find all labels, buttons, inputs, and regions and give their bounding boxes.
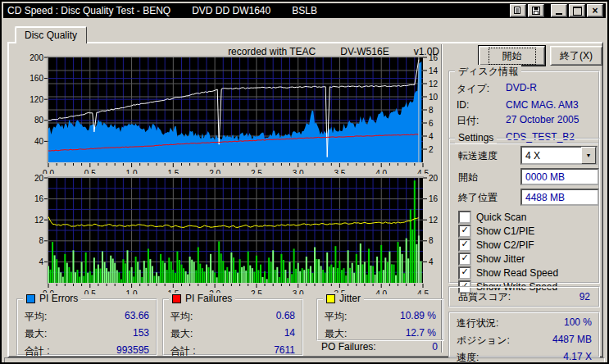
- minimize-icon: [556, 13, 562, 15]
- window-title-drive: DVD DD DW1640: [192, 5, 270, 16]
- pi-errors-title: PI Errors: [39, 293, 78, 304]
- pi-failures-jitter-chart: 20161284201612840.00.51.01.52.02.53.03.5…: [8, 171, 444, 294]
- svg-text:40: 40: [34, 137, 44, 146]
- disc-id-row: ID:CMC MAG. AM3: [457, 99, 592, 111]
- checkbox-show-c2-pif[interactable]: ✓Show C2/PIF: [458, 239, 534, 251]
- checkbox-show-read-speed[interactable]: ✓Show Read Speed: [458, 267, 558, 279]
- total-value: 7611: [274, 344, 295, 358]
- checkbox-box[interactable]: ✓: [458, 253, 471, 266]
- pi-failures-total-row: 合計 :7611: [170, 344, 295, 358]
- checkbox-box[interactable]: ✓: [458, 239, 471, 252]
- svg-text:20: 20: [429, 174, 439, 183]
- svg-text:8: 8: [39, 236, 43, 245]
- disc-id-value: CMC MAG. AM3: [506, 99, 579, 111]
- disc-info-title: ディスク情報: [455, 65, 521, 79]
- disc-date-row: 日付:27 October 2005: [457, 114, 592, 128]
- total-value: 993595: [116, 344, 149, 358]
- progress-label: 進行状況:: [457, 316, 498, 330]
- tab-disc-quality[interactable]: Disc Quality: [15, 26, 87, 43]
- disc-date-label: 日付:: [457, 114, 506, 128]
- checkbox-quick-scan[interactable]: Quick Scan: [458, 212, 526, 223]
- max-value: 153: [133, 327, 149, 341]
- pi-errors-swatch: [26, 294, 35, 303]
- checkbox-box[interactable]: ✓: [458, 266, 471, 280]
- maximize-button[interactable]: [569, 4, 585, 17]
- checkbox-show-jitter[interactable]: ✓Show Jitter: [458, 253, 525, 265]
- svg-text:16: 16: [429, 53, 439, 62]
- svg-text:4.5: 4.5: [417, 289, 429, 294]
- jitter-title: Jitter: [339, 293, 361, 304]
- checkbox-label: Show Jitter: [476, 253, 525, 265]
- avg-label: 平均:: [325, 310, 347, 324]
- svg-text:80: 80: [34, 116, 44, 125]
- start-button-label: 開始: [489, 48, 536, 65]
- max-value: 12.7 %: [406, 327, 436, 341]
- exit-button-label: 終了(X): [560, 49, 593, 63]
- svg-text:160: 160: [30, 74, 43, 83]
- svg-text:10: 10: [429, 93, 439, 102]
- copy-button[interactable]: [510, 4, 526, 17]
- svg-text:12: 12: [429, 216, 439, 225]
- pi-errors-group: PI Errors 平均:63.66 最大:153 合計 :993595: [16, 298, 157, 356]
- pi-errors-speed-chart: 20016012080401614121086420.00.51.01.52.0…: [8, 51, 444, 174]
- start-position-label: 開始: [458, 171, 478, 184]
- start-position-input[interactable]: 0000 MB: [520, 168, 599, 185]
- settings-group: Settings 転送速度 4 X ▼ 開始 0000 MB 終了位置 4488…: [448, 138, 600, 284]
- maximize-icon: [573, 7, 582, 16]
- po-failures-label: PO Failures:: [321, 341, 376, 353]
- pi-errors-max-row: 最大:153: [25, 327, 149, 341]
- svg-text:20: 20: [34, 174, 44, 183]
- svg-text:4: 4: [39, 257, 43, 266]
- avg-value: 0.68: [276, 310, 295, 324]
- checkbox-box[interactable]: [458, 211, 471, 224]
- end-position-input[interactable]: 4488 MB: [520, 189, 599, 206]
- disc-id-label: ID:: [457, 99, 506, 111]
- minimize-button[interactable]: [551, 4, 567, 17]
- max-label: 最大:: [25, 327, 47, 341]
- pi-failures-swatch: [172, 294, 181, 303]
- settings-title: Settings: [455, 132, 497, 143]
- svg-text:16: 16: [429, 194, 439, 203]
- checkbox-label: Show C2/PIF: [476, 239, 534, 251]
- svg-text:2.5: 2.5: [251, 289, 262, 294]
- svg-text:4: 4: [429, 132, 434, 141]
- checkbox-show-c1-pie[interactable]: ✓Show C1/PIE: [458, 225, 534, 237]
- avg-label: 平均:: [25, 310, 47, 324]
- svg-text:14: 14: [429, 66, 439, 75]
- pi-errors-total-row: 合計 :993595: [25, 344, 149, 358]
- speed-value-row: 4.17 X: [563, 351, 592, 364]
- po-failures-row: PO Failures: 0: [321, 341, 438, 353]
- speed-label: 転送速度: [458, 149, 498, 163]
- speed-select[interactable]: 4 X ▼: [520, 146, 598, 165]
- app-window: CD Speed : Disc Quality Test - BENQ DVD …: [0, 0, 609, 364]
- progress-row: 進行状況:100 %: [457, 316, 592, 330]
- pi-errors-avg-row: 平均:63.66: [25, 310, 149, 324]
- window-title-app: CD Speed : Disc Quality Test - BENQ: [7, 5, 170, 16]
- copy-icon: [514, 7, 522, 15]
- avg-value: 10.89 %: [400, 310, 436, 324]
- start-button[interactable]: 開始: [479, 46, 545, 66]
- quality-score-label: 品質スコア:: [458, 290, 511, 304]
- disc-type-value: DVD-R: [506, 82, 537, 96]
- chevron-down-icon: ▼: [586, 152, 592, 158]
- exit-button[interactable]: 終了(X): [550, 46, 602, 66]
- save-button[interactable]: [528, 4, 544, 17]
- max-label: 最大:: [325, 327, 347, 341]
- avg-value: 63.66: [125, 310, 149, 324]
- total-label: 合計 :: [25, 344, 50, 358]
- checkbox-label: Show C1/PIE: [476, 225, 534, 237]
- svg-text:4: 4: [429, 257, 434, 266]
- checkbox-box[interactable]: ✓: [458, 225, 471, 238]
- combo-dropdown-button[interactable]: ▼: [581, 147, 596, 164]
- position-label: ポジション:: [457, 334, 510, 348]
- checkbox-label: Show Read Speed: [476, 267, 558, 279]
- svg-text:8: 8: [429, 106, 434, 115]
- jitter-avg-row: 平均:10.89 %: [325, 310, 436, 324]
- progress-value: 100 %: [564, 316, 592, 330]
- svg-text:6: 6: [429, 119, 434, 128]
- pi-failures-group: PI Failures 平均:0.68 最大:14 合計 :7611: [162, 298, 303, 356]
- end-position-label: 終了位置: [458, 191, 498, 205]
- close-button[interactable]: ×: [587, 4, 603, 17]
- pi-failures-avg-row: 平均:0.68: [170, 310, 295, 324]
- quality-score-value: 92: [579, 291, 590, 303]
